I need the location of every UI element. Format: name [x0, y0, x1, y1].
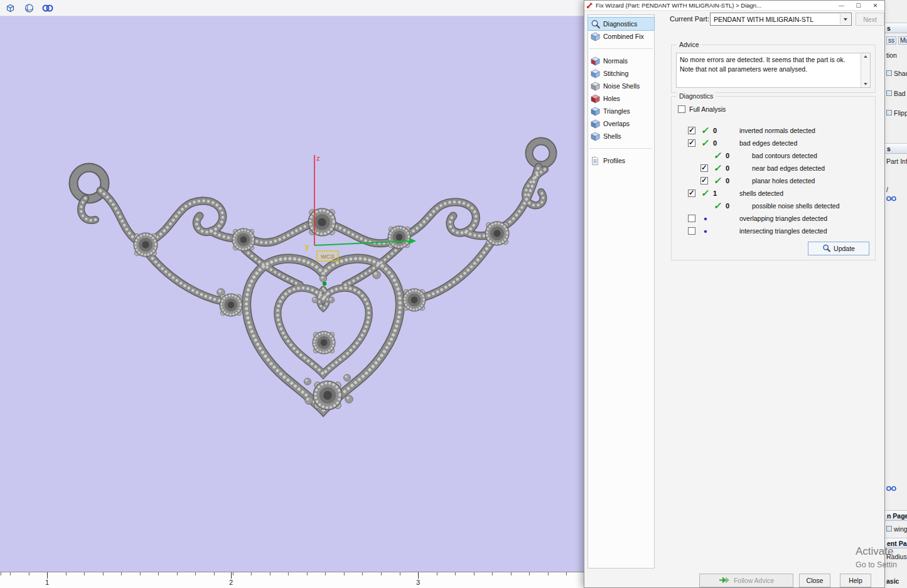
diagnostic-row: ✓0near bad edges detected: [688, 162, 871, 174]
advice-scrollbar[interactable]: [861, 53, 870, 87]
diagnostic-label: bad contours detected: [752, 152, 817, 159]
right-panel-button[interactable]: ss: [886, 36, 896, 45]
chevron-down-icon[interactable]: [840, 14, 851, 24]
scroll-up-icon[interactable]: [864, 55, 867, 58]
sidebar-item-label: Overlaps: [603, 120, 630, 127]
axis-y-label: y: [305, 242, 309, 251]
update-button[interactable]: Update: [808, 242, 869, 255]
follow-advice-arrow-icon: [719, 576, 730, 585]
right-panel-buttons: ss Mu: [886, 36, 907, 45]
sidebar-item-normals[interactable]: Normals: [588, 55, 654, 67]
full-analysis-checkbox[interactable]: [678, 105, 685, 113]
sphere-icon[interactable]: [21, 2, 36, 14]
cube-shells-icon: [590, 132, 600, 141]
check-mark-icon: ✓: [698, 137, 712, 149]
dialog-title: Fix Wizard (Part: PENDANT WITH MILIGRAIN…: [596, 2, 832, 9]
part-info-tab[interactable]: Part Inf: [886, 158, 907, 165]
diagnostic-checkbox[interactable]: [688, 227, 695, 235]
diagnostic-row: ✓0inverted normals detected: [688, 124, 871, 137]
flipped-option[interactable]: Flipped: [886, 109, 907, 117]
diagnostic-row: •intersecting triangles detected: [688, 225, 871, 237]
sidebar-item-label: Normals: [603, 57, 628, 65]
follow-advice-button[interactable]: Follow Advice: [699, 574, 793, 587]
wireframe-cube-icon[interactable]: [3, 2, 18, 14]
ruler: 123: [0, 572, 584, 588]
page-header[interactable]: n Page: [885, 510, 907, 521]
cube-stitch-icon: [590, 69, 600, 78]
pendant-model: [73, 141, 553, 410]
diagnostic-count: 0: [713, 127, 722, 134]
minimize-button[interactable]: —: [834, 1, 849, 10]
current-part-dropdown[interactable]: PENDANT WITH MILIGRAIN-STL: [710, 13, 852, 26]
mini-icon: [886, 70, 892, 77]
diagnostic-checkbox[interactable]: [700, 164, 708, 172]
next-button[interactable]: Next: [856, 13, 884, 26]
parameters-header[interactable]: ent Pa: [885, 538, 907, 548]
diagnostic-row: ✓1shells detected: [688, 187, 871, 200]
diagnostic-row: ✓0planar holes detected: [688, 174, 871, 187]
sidebar-item-label: Profiles: [603, 157, 625, 164]
right-panel-text: tion: [886, 51, 897, 59]
sidebar-item-profiles[interactable]: Profiles: [588, 154, 654, 167]
ruler-number: 2: [229, 579, 233, 586]
cube-red-icon: [590, 94, 600, 104]
full-analysis-row: Full Analysis: [678, 105, 726, 113]
sidebar-item-stitching[interactable]: Stitching: [588, 67, 654, 80]
maximize-button[interactable]: ☐: [851, 1, 866, 10]
close-icon[interactable]: ✕: [868, 1, 883, 10]
drawing-option[interactable]: wing: [886, 525, 907, 533]
sidebar-item-triangles[interactable]: Triangles: [588, 105, 654, 117]
sidebar-item-combined-fix[interactable]: Combined Fix: [588, 30, 654, 43]
full-analysis-label: Full Analysis: [689, 105, 726, 113]
sidebar-item-diagnostics[interactable]: Diagnostics: [588, 18, 654, 30]
diagnostic-checkbox[interactable]: [700, 177, 708, 184]
sidebar-separator: [589, 148, 653, 149]
diagnostic-checkbox[interactable]: [688, 139, 695, 147]
dot-icon: •: [699, 226, 712, 237]
right-panel-tab[interactable]: s: [885, 23, 907, 33]
help-button[interactable]: Help: [840, 574, 871, 587]
advice-groupbox: Advice No more errors are detected. It s…: [671, 45, 876, 93]
mini-icon: [886, 90, 892, 97]
diagnostics-title: Diagnostics: [677, 92, 716, 100]
follow-advice-label: Follow Advice: [734, 577, 774, 584]
diagnostic-count: 0: [726, 164, 734, 172]
ruler-major-tick: [47, 572, 48, 579]
scroll-down-icon[interactable]: [864, 83, 867, 85]
shade-option[interactable]: Shade: [886, 70, 907, 77]
diagnostic-label: inverted normals detected: [739, 127, 815, 134]
link-icon[interactable]: [40, 2, 55, 14]
cube-normals-icon: [590, 56, 600, 66]
advice-text: No more errors are detected. It seems th…: [676, 53, 871, 88]
dialog-sidebar: DiagnosticsCombined FixNormalsStitchingN…: [588, 14, 655, 569]
diagnostic-count: 1: [713, 190, 722, 197]
dialog-titlebar[interactable]: Fix Wizard (Part: PENDANT WITH MILIGRAIN…: [584, 1, 884, 11]
right-panel-button[interactable]: Mu: [898, 36, 907, 45]
close-button[interactable]: Close: [799, 574, 830, 587]
diagnostic-checkbox[interactable]: [688, 127, 695, 134]
dot-icon: •: [699, 213, 712, 224]
right-panel-strip: s ss Mu tion Shade Bad Ed Flipped s Part…: [885, 0, 907, 588]
cube-blue-icon: [590, 119, 600, 129]
viewport-3d[interactable]: .bd{fill:none;stroke:#5e5e5e;stroke-line…: [0, 16, 584, 572]
sidebar-item-noise-shells[interactable]: Noise Shells: [588, 80, 654, 92]
fix-wizard-icon: [586, 0, 593, 11]
diagnostic-label: near bad edges detected: [752, 164, 825, 172]
current-part-value: PENDANT WITH MILIGRAIN-STL: [714, 16, 813, 23]
diagnostic-checkbox[interactable]: [688, 190, 695, 197]
sidebar-item-holes[interactable]: Holes: [588, 92, 654, 105]
fix-wizard-dialog: Fix Wizard (Part: PENDANT WITH MILIGRAIN…: [584, 0, 885, 588]
bad-edges-option[interactable]: Bad Ed: [886, 90, 907, 97]
right-panel-text: asic: [886, 577, 899, 585]
glasses-icon[interactable]: [886, 486, 896, 491]
sidebar-item-overlaps[interactable]: Overlaps: [588, 117, 654, 130]
diagnostic-checkbox[interactable]: [688, 215, 695, 222]
sidebar-item-shells[interactable]: Shells: [588, 130, 654, 142]
radius-label: Radius: [886, 553, 907, 560]
glasses-icon[interactable]: [886, 196, 896, 201]
right-panel-header[interactable]: s: [885, 143, 907, 154]
current-part-label: Current Part:: [670, 15, 709, 23]
diagnostics-groupbox: Diagnostics Full Analysis ✓0inverted nor…: [671, 96, 876, 260]
check-mark-icon: ✓: [711, 163, 725, 174]
sidebar-item-label: Stitching: [603, 70, 628, 77]
